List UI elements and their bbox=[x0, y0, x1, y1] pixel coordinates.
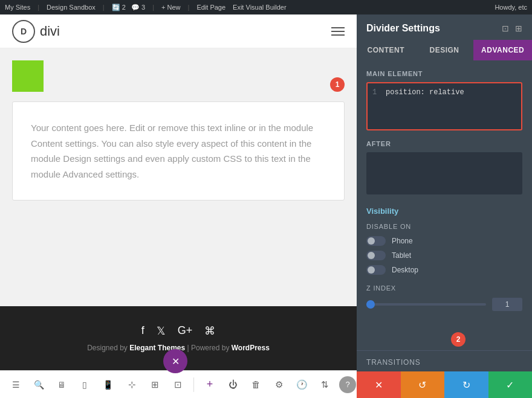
toolbar-help-icon[interactable]: ? bbox=[339, 376, 356, 393]
undo-button[interactable]: ↺ bbox=[401, 371, 445, 398]
admin-bar: My Sites | Design Sandbox | 🔄 2 💬 3 | + … bbox=[0, 0, 532, 14]
after-label: After bbox=[366, 140, 522, 147]
phone-toggle[interactable] bbox=[366, 236, 386, 246]
panel-header: Divider Settings ⊡ ⊞ bbox=[357, 14, 532, 34]
divi-brand-name: divi bbox=[40, 24, 60, 39]
cancel-button[interactable]: ✕ bbox=[357, 371, 401, 398]
hamburger-menu[interactable] bbox=[331, 27, 345, 36]
panel-header-icons: ⊡ ⊞ bbox=[502, 24, 522, 33]
close-circle-button[interactable]: ✕ bbox=[163, 349, 187, 373]
rss-icon[interactable]: ⌘ bbox=[204, 324, 215, 338]
green-block bbox=[12, 60, 44, 92]
admin-my-sites[interactable]: My Sites bbox=[5, 4, 30, 11]
toolbar-mobile-icon[interactable]: 📱 bbox=[98, 375, 117, 394]
panel-expand-icon[interactable]: ⊞ bbox=[515, 24, 522, 33]
bottom-toolbar: ☰ 🔍 🖥 ▯ 📱 ⊹ ⊞ ⊡ + ⏻ 🗑 ⚙ 🕐 ⇅ ? bbox=[0, 370, 357, 398]
divi-logo: D divi bbox=[12, 20, 60, 43]
z-index-label: Z Index bbox=[366, 284, 522, 292]
panel-title: Divider Settings bbox=[366, 23, 440, 34]
panel-body: Main Element 1 position: relative After … bbox=[357, 60, 532, 350]
z-index-input[interactable] bbox=[492, 298, 522, 311]
panel-resize-icon[interactable]: ⊡ bbox=[502, 24, 509, 33]
toolbar-menu-icon[interactable]: ☰ bbox=[6, 375, 25, 394]
page-editor: D divi Your content goes here. Edit or r… bbox=[0, 14, 357, 398]
desktop-label: Desktop bbox=[392, 266, 418, 274]
toolbar-wireframe-icon[interactable]: ⊞ bbox=[145, 375, 164, 394]
save-button[interactable]: ✓ bbox=[488, 371, 533, 398]
powered-by-text: | Powered by bbox=[187, 344, 232, 352]
toolbar-add-icon[interactable]: + bbox=[200, 375, 219, 394]
toolbar-desktop-icon[interactable]: 🖥 bbox=[52, 375, 71, 394]
toolbar-history-icon[interactable]: 🕐 bbox=[292, 375, 311, 394]
admin-new[interactable]: + New bbox=[161, 4, 181, 11]
toolbar-zoom-icon[interactable]: ⊡ bbox=[168, 375, 187, 394]
settings-panel: Divider Settings ⊡ ⊞ Content Design Adva… bbox=[357, 14, 532, 398]
visibility-title: Visibility bbox=[366, 207, 522, 216]
toolbar-select-icon[interactable]: ⊹ bbox=[122, 375, 141, 394]
z-index-section: Z Index bbox=[366, 284, 522, 311]
redo-button[interactable]: ↻ bbox=[444, 371, 488, 398]
content-text: Your content goes here. Edit or remove t… bbox=[31, 120, 326, 182]
divi-header: D divi bbox=[0, 14, 357, 48]
toolbar-power-icon[interactable]: ⏻ bbox=[223, 375, 242, 394]
transitions-label: Transitions bbox=[357, 350, 532, 371]
googleplus-icon[interactable]: G+ bbox=[178, 324, 193, 338]
z-index-slider-track[interactable] bbox=[366, 303, 486, 306]
tablet-label: Tablet bbox=[392, 251, 411, 260]
code-text-1: position: relative bbox=[386, 88, 464, 97]
main-element-label: Main Element bbox=[366, 70, 522, 77]
z-index-slider-thumb[interactable] bbox=[366, 300, 375, 309]
divi-logo-circle: D bbox=[12, 20, 35, 43]
code-line-1: 1 position: relative bbox=[372, 88, 516, 97]
admin-comments[interactable]: 🔄 2 💬 3 bbox=[112, 4, 146, 11]
toolbar-center: ⊹ ⊞ ⊡ + ⏻ 🗑 ⚙ 🕐 ⇅ bbox=[122, 375, 334, 394]
phone-toggle-row: Phone bbox=[366, 236, 522, 246]
tablet-toggle-row: Tablet bbox=[366, 251, 522, 260]
wordpress-text[interactable]: WordPress bbox=[232, 344, 270, 352]
designed-by-text: Designed by bbox=[87, 344, 128, 352]
desktop-toggle[interactable] bbox=[366, 265, 386, 275]
admin-design-sandbox[interactable]: Design Sandbox bbox=[47, 4, 96, 11]
admin-edit-page[interactable]: Edit Page bbox=[196, 4, 225, 11]
toolbar-layout-icon[interactable]: ⇅ bbox=[315, 375, 334, 394]
step-badge-1: 1 bbox=[330, 77, 345, 92]
facebook-icon[interactable]: f bbox=[141, 324, 144, 338]
toolbar-left: ☰ 🔍 🖥 ▯ 📱 bbox=[6, 375, 117, 394]
tab-advanced[interactable]: Advanced bbox=[473, 40, 532, 60]
line-number-1: 1 bbox=[372, 88, 381, 97]
toolbar-delete-icon[interactable]: 🗑 bbox=[246, 375, 265, 394]
page-content-area: Your content goes here. Edit or remove t… bbox=[0, 48, 357, 306]
admin-howdy: Howdy, etc bbox=[495, 4, 527, 11]
tab-design[interactable]: Design bbox=[415, 40, 474, 60]
desktop-toggle-row: Desktop bbox=[366, 265, 522, 275]
toolbar-search-icon[interactable]: 🔍 bbox=[29, 375, 48, 394]
step-badge-2: 2 bbox=[451, 332, 465, 347]
panel-footer: ✕ ↺ ↻ ✓ bbox=[357, 371, 532, 398]
toolbar-tablet-icon[interactable]: ▯ bbox=[75, 375, 94, 394]
phone-label: Phone bbox=[392, 237, 413, 245]
tab-content[interactable]: Content bbox=[357, 40, 415, 60]
toolbar-separator-2 bbox=[193, 377, 194, 392]
twitter-icon[interactable]: 𝕏 bbox=[157, 324, 166, 338]
after-editor[interactable] bbox=[366, 152, 522, 194]
admin-exit-vb[interactable]: Exit Visual Builder bbox=[233, 4, 286, 11]
toolbar-right: ? ? bbox=[339, 376, 357, 393]
z-index-row bbox=[366, 298, 522, 311]
toolbar-settings-icon[interactable]: ⚙ bbox=[269, 375, 288, 394]
footer-social-icons: f 𝕏 G+ ⌘ bbox=[12, 324, 345, 338]
main-element-editor[interactable]: 1 position: relative bbox=[366, 82, 522, 130]
panel-tabs: Content Design Advanced bbox=[357, 40, 532, 60]
tablet-toggle[interactable] bbox=[366, 251, 386, 260]
disable-on-label: Disable on bbox=[366, 223, 522, 230]
content-card: Your content goes here. Edit or remove t… bbox=[12, 101, 345, 201]
